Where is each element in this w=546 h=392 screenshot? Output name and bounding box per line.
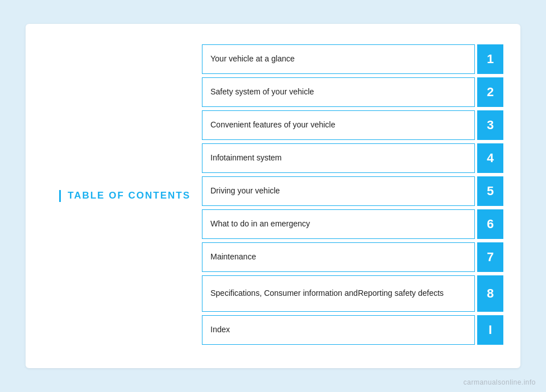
toc-text-8: Specifications, Consumer information and… — [202, 275, 475, 312]
toc-row-7[interactable]: Maintenance7 — [202, 242, 503, 272]
white-card: TABLE OF CONTENTS Your vehicle at a glan… — [26, 24, 520, 368]
left-section: TABLE OF CONTENTS — [43, 41, 202, 351]
toc-text-1: Your vehicle at a glance — [202, 44, 475, 74]
toc-text-3: Convenient features of your vehicle — [202, 110, 475, 140]
toc-number-8: 8 — [477, 275, 503, 312]
toc-number-4: 4 — [477, 143, 503, 173]
toc-text-4: Infotainment system — [202, 143, 475, 173]
toc-text-6: What to do in an emergency — [202, 209, 475, 239]
toc-number-7: 7 — [477, 242, 503, 272]
toc-row-2[interactable]: Safety system of your vehicle2 — [202, 77, 503, 107]
toc-label-wrapper: TABLE OF CONTENTS — [59, 190, 191, 201]
toc-text-2: Safety system of your vehicle — [202, 77, 475, 107]
watermark: carmanualsonline.info — [464, 378, 536, 386]
toc-list: Your vehicle at a glance1Safety system o… — [202, 41, 503, 351]
toc-row-3[interactable]: Convenient features of your vehicle3 — [202, 110, 503, 140]
toc-text-5: Driving your vehicle — [202, 176, 475, 206]
toc-text-I: Index — [202, 315, 475, 345]
toc-row-8[interactable]: Specifications, Consumer information and… — [202, 275, 503, 312]
toc-number-2: 2 — [477, 77, 503, 107]
toc-row-5[interactable]: Driving your vehicle5 — [202, 176, 503, 206]
toc-title: TABLE OF CONTENTS — [68, 190, 191, 201]
page-container: TABLE OF CONTENTS Your vehicle at a glan… — [0, 0, 546, 392]
toc-row-4[interactable]: Infotainment system4 — [202, 143, 503, 173]
toc-number-I: I — [477, 315, 503, 345]
toc-row-1[interactable]: Your vehicle at a glance1 — [202, 44, 503, 74]
toc-number-3: 3 — [477, 110, 503, 140]
toc-row-6[interactable]: What to do in an emergency6 — [202, 209, 503, 239]
toc-row-I[interactable]: IndexI — [202, 315, 503, 345]
toc-number-1: 1 — [477, 44, 503, 74]
toc-text-7: Maintenance — [202, 242, 475, 272]
toc-number-5: 5 — [477, 176, 503, 206]
toc-number-6: 6 — [477, 209, 503, 239]
